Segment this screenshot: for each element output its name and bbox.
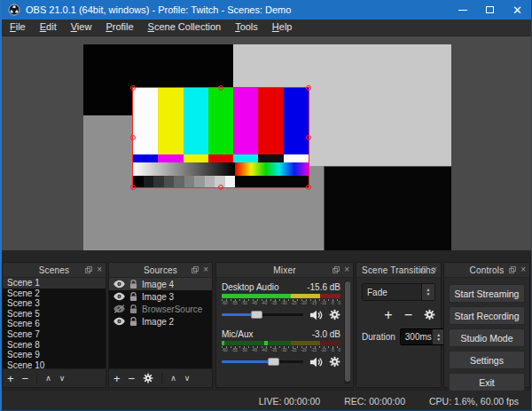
tick-label: -40: [262, 348, 268, 353]
speaker-icon[interactable]: [309, 310, 323, 320]
cast-blue: [133, 154, 158, 162]
tick-label: -5: [331, 348, 334, 353]
scenes-panel-header: Scenes ×: [3, 263, 106, 278]
resize-handle-e[interactable]: [306, 135, 311, 140]
menu-view[interactable]: View: [64, 20, 99, 36]
lock-icon[interactable]: [129, 280, 137, 289]
transition-select[interactable]: Fade ▲▼: [362, 283, 435, 301]
resize-handle-se[interactable]: [306, 185, 311, 190]
volume-slider[interactable]: [222, 358, 303, 366]
scene-list-item[interactable]: Scene 5: [3, 309, 106, 320]
source-list-item[interactable]: Image 4: [109, 278, 212, 290]
close-panel-icon[interactable]: ×: [97, 265, 102, 274]
transitions-body: Fade ▲▼ + − Duration 300ms ▲▼: [356, 278, 441, 387]
combo-spinner[interactable]: ▲▼: [421, 284, 434, 300]
slider-knob[interactable]: [268, 358, 279, 366]
duration-spinbox[interactable]: 300ms ▲▼: [400, 328, 446, 345]
lock-icon[interactable]: [129, 304, 137, 314]
float-panel-icon[interactable]: [192, 266, 199, 273]
source-list-item[interactable]: Image 3: [109, 290, 212, 303]
visibility-eye-icon[interactable]: [113, 317, 125, 326]
volume-slider[interactable]: [222, 311, 303, 319]
scene-list-item[interactable]: Scene 7: [3, 329, 106, 340]
remove-source-button[interactable]: −: [129, 373, 136, 384]
close-panel-icon[interactable]: ×: [432, 265, 437, 274]
move-scene-down-button[interactable]: ∨: [59, 373, 66, 384]
float-panel-icon[interactable]: [332, 266, 340, 273]
exit-button[interactable]: Exit: [449, 373, 525, 391]
resize-handle-w[interactable]: [130, 135, 136, 140]
source-list-item[interactable]: Image 2: [109, 315, 212, 328]
bar-magenta: [233, 88, 258, 154]
start-recording-button[interactable]: Start Recording: [449, 306, 525, 325]
float-panel-icon[interactable]: [85, 266, 92, 273]
spin-down-icon[interactable]: ▼: [436, 337, 441, 342]
close-panel-icon[interactable]: ×: [203, 265, 208, 274]
tick-label: -10: [321, 348, 327, 353]
float-panel-icon[interactable]: [509, 266, 516, 273]
menu-help[interactable]: Help: [265, 20, 300, 36]
black-segment: [235, 176, 309, 187]
resize-handle-ne[interactable]: [306, 85, 311, 91]
lock-icon[interactable]: [129, 292, 137, 302]
resize-handle-s[interactable]: [218, 185, 223, 190]
scene-list-item[interactable]: Scene 10: [3, 360, 106, 368]
visibility-eye-slash-icon[interactable]: [113, 304, 125, 313]
close-panel-icon[interactable]: ×: [344, 265, 349, 274]
tick-label: -50: [241, 301, 247, 306]
remove-scene-button[interactable]: −: [22, 373, 29, 384]
tick-label: -15: [310, 301, 317, 306]
slider-knob[interactable]: [251, 311, 262, 319]
visibility-eye-icon[interactable]: [113, 292, 125, 301]
scene-list-item[interactable]: Scene 8: [3, 340, 106, 351]
resize-handle-n[interactable]: [218, 85, 223, 91]
menu-edit[interactable]: Edit: [33, 20, 64, 36]
mixer-scrollbar[interactable]: [344, 281, 350, 384]
resize-handle-nw[interactable]: [130, 85, 136, 91]
menu-profile[interactable]: Profile: [98, 20, 140, 36]
lock-icon[interactable]: [129, 317, 137, 327]
add-transition-button[interactable]: +: [384, 307, 392, 323]
duration-value: 300ms: [401, 329, 432, 344]
channel-name: Desktop Audio: [222, 282, 279, 294]
source-name: Image 3: [142, 292, 174, 302]
menu-file[interactable]: File: [3, 20, 33, 36]
start-streaming-button[interactable]: Start Streaming: [449, 284, 525, 303]
source-properties-gear-icon[interactable]: [143, 373, 153, 383]
studio-mode-button[interactable]: Studio Mode: [449, 328, 525, 347]
add-scene-button[interactable]: +: [7, 373, 14, 384]
menu-tools[interactable]: Tools: [228, 20, 265, 36]
transition-properties-gear-icon[interactable]: [424, 309, 435, 320]
minimize-button[interactable]: [449, 0, 476, 20]
scenes-panel: Scenes × Scene 1 Scene 2 Scene 3 Scene 5…: [2, 262, 106, 388]
resize-handle-sw[interactable]: [130, 185, 136, 190]
channel-settings-gear-icon[interactable]: [329, 309, 340, 320]
close-button[interactable]: ✕: [504, 0, 531, 20]
mixer-body: Desktop Audio -15.6 dB -60-55-50-45-40-3…: [216, 278, 353, 387]
maximize-button[interactable]: [476, 0, 504, 20]
remove-transition-button[interactable]: −: [404, 307, 412, 323]
move-source-up-button[interactable]: ∧: [170, 373, 176, 384]
scene-list-item[interactable]: Scene 3: [3, 298, 106, 309]
scene-list-item[interactable]: Scene 6: [3, 319, 106, 329]
scrollbar-thumb[interactable]: [345, 281, 350, 382]
scene-list-item[interactable]: Scene 2: [3, 288, 106, 299]
transition-selected-value: Fade: [363, 284, 421, 300]
tick-label: -60: [222, 348, 228, 353]
scene-list-item[interactable]: Scene 1: [3, 278, 106, 288]
toolbar-divider: [36, 373, 37, 383]
scene-list-item[interactable]: Scene 9: [3, 350, 106, 360]
settings-button[interactable]: Settings: [449, 351, 525, 369]
visibility-eye-icon[interactable]: [113, 280, 125, 288]
channel-settings-gear-icon[interactable]: [329, 356, 340, 368]
selected-source-colorbars[interactable]: [132, 87, 309, 188]
move-source-down-button[interactable]: ∨: [184, 373, 191, 384]
speaker-icon[interactable]: [309, 357, 323, 368]
add-source-button[interactable]: +: [113, 373, 121, 384]
spin-down-icon[interactable]: ▼: [426, 292, 431, 296]
float-panel-icon[interactable]: [420, 266, 427, 273]
menu-scene-collection[interactable]: Scene Collection: [141, 20, 229, 36]
close-panel-icon[interactable]: ×: [520, 265, 526, 274]
move-scene-up-button[interactable]: ∧: [45, 373, 51, 384]
source-list-item[interactable]: BrowserSource: [109, 303, 212, 315]
